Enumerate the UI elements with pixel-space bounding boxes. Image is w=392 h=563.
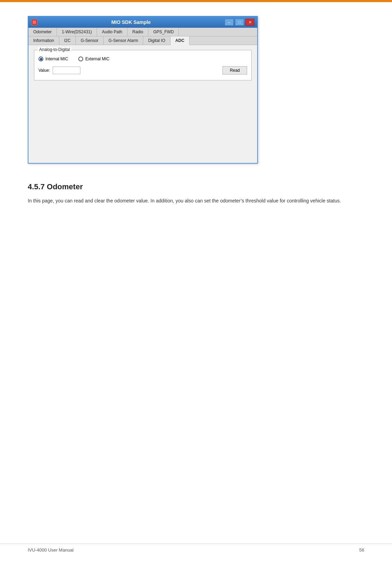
minimize-button[interactable]: – bbox=[225, 19, 234, 26]
window-titlebar: MIO SDK Sample – □ ✕ bbox=[28, 17, 257, 28]
tab-odometer[interactable]: Odometer bbox=[28, 28, 57, 36]
radio-external-mic-label: External MIC bbox=[85, 57, 109, 61]
radio-group: Internal MIC External MIC bbox=[38, 57, 247, 61]
section-heading: 4.5.7 Odometer bbox=[28, 182, 364, 191]
tab-gpsfwd[interactable]: GPS_FWD bbox=[148, 28, 179, 36]
radio-internal-mic-label: Internal MIC bbox=[45, 57, 68, 61]
tab-i2c[interactable]: I2C bbox=[59, 36, 76, 45]
value-label: Value: bbox=[38, 68, 50, 73]
tab-row-2: Information I2C G-Sensor G-Sensor Alarm … bbox=[28, 36, 257, 45]
footer-right: 56 bbox=[359, 547, 364, 553]
radio-external-mic-circle[interactable] bbox=[78, 57, 83, 61]
tab-radio[interactable]: Radio bbox=[128, 28, 148, 36]
window-title: MIO SDK Sample bbox=[37, 19, 225, 25]
tab-adc[interactable]: ADC bbox=[171, 36, 190, 45]
value-input[interactable] bbox=[53, 67, 80, 74]
tab-gsensor[interactable]: G-Sensor bbox=[76, 36, 104, 45]
read-button[interactable]: Read bbox=[223, 66, 247, 75]
footer-left: IVU-4000 User Manual bbox=[28, 547, 73, 553]
group-title: Analog-to-Digital bbox=[38, 47, 71, 52]
maximize-button[interactable]: □ bbox=[235, 19, 244, 26]
content-area: Analog-to-Digital Internal MIC External … bbox=[28, 45, 257, 163]
tab-information[interactable]: Information bbox=[28, 36, 59, 45]
tab-digital-io[interactable]: Digital IO bbox=[143, 36, 170, 45]
radio-internal-mic-circle[interactable] bbox=[38, 57, 43, 61]
window-app-icon bbox=[31, 19, 37, 25]
value-row: Value: bbox=[38, 67, 80, 74]
page-content: MIO SDK Sample – □ ✕ Odometer 1-Wire(DS2… bbox=[0, 2, 392, 229]
page-footer: IVU-4000 User Manual 56 bbox=[0, 544, 392, 553]
radio-external-mic[interactable]: External MIC bbox=[78, 57, 109, 61]
screenshot-window: MIO SDK Sample – □ ✕ Odometer 1-Wire(DS2… bbox=[28, 16, 258, 164]
radio-internal-mic[interactable]: Internal MIC bbox=[38, 57, 68, 61]
section-paragraph: In this page, you can read and clear the… bbox=[28, 197, 364, 205]
tab-audiopath[interactable]: Audio Path bbox=[97, 28, 128, 36]
window-controls: – □ ✕ bbox=[225, 19, 254, 26]
tab-row-1: Odometer 1-Wire(DS2431) Audio Path Radio… bbox=[28, 28, 257, 36]
analog-to-digital-group: Analog-to-Digital Internal MIC External … bbox=[34, 50, 252, 80]
tab-gsensor-alarm[interactable]: G-Sensor Alarm bbox=[104, 36, 143, 45]
close-button[interactable]: ✕ bbox=[245, 19, 254, 26]
tab-1wire[interactable]: 1-Wire(DS2431) bbox=[57, 28, 97, 36]
